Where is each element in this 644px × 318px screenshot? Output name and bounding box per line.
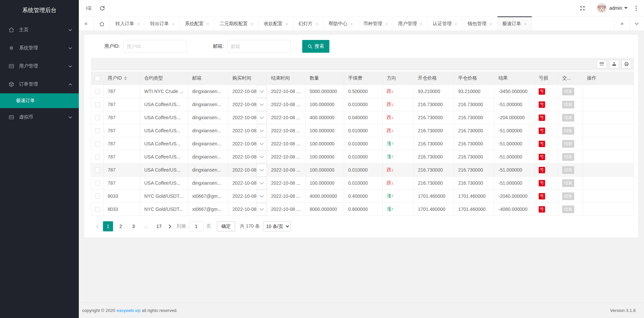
goto-page-input[interactable]: [189, 221, 204, 231]
chevron-down-icon[interactable]: [257, 125, 267, 137]
table-row[interactable]: 787 USA Coffee/US... dingxiansen... 2022…: [91, 164, 634, 177]
col-user-id[interactable]: 用户ID: [104, 72, 140, 85]
more-menu-icon[interactable]: [633, 4, 639, 13]
table-row[interactable]: 787 USA Coffee/US... dingxiansen... 2022…: [91, 177, 634, 190]
export-icon[interactable]: [609, 60, 619, 69]
select-all-checkbox[interactable]: [95, 76, 100, 81]
row-checkbox[interactable]: [95, 168, 100, 173]
chevron-down-icon[interactable]: [257, 203, 267, 216]
chevron-down-icon[interactable]: [257, 164, 267, 176]
row-checkbox[interactable]: [95, 194, 100, 199]
next-page-icon[interactable]: [165, 221, 174, 231]
tab[interactable]: 收款配置 ×: [259, 16, 293, 31]
tab[interactable]: 转出订单 ×: [145, 16, 180, 31]
close-icon[interactable]: ×: [207, 21, 209, 27]
tab[interactable]: 用户管理 ×: [393, 16, 428, 31]
row-checkbox[interactable]: [95, 207, 100, 212]
page-button[interactable]: 3: [128, 221, 139, 231]
close-icon[interactable]: ×: [351, 21, 353, 27]
tab-options-icon[interactable]: [629, 16, 644, 31]
sidebar-item-fast-orders[interactable]: 极速订单: [0, 93, 79, 108]
gear-icon: [8, 45, 14, 51]
table-row[interactable]: 787 WTI NYC Crude ... dingxiansen... 202…: [91, 85, 634, 98]
close-icon[interactable]: ×: [251, 21, 254, 27]
sidebar-item-system[interactable]: 系统管理: [0, 39, 79, 57]
chevron-down-icon[interactable]: [257, 151, 267, 163]
close-icon[interactable]: ×: [454, 21, 457, 27]
tab[interactable]: 认证管理 ×: [428, 16, 463, 31]
chevron-down-icon[interactable]: [257, 111, 267, 124]
sidebar-item-crypto[interactable]: 虚拟币: [0, 108, 79, 126]
tab-label: 收款配置: [264, 21, 282, 27]
confirm-button[interactable]: 确定: [217, 221, 235, 231]
col-quantity: 数量: [306, 72, 344, 85]
row-checkbox[interactable]: [95, 89, 100, 94]
tab[interactable]: 二元期权配置 ×: [215, 16, 259, 31]
page-button[interactable]: 1: [103, 221, 113, 231]
tab[interactable]: 币种管理 ×: [358, 16, 393, 31]
chevron-down-icon[interactable]: [257, 85, 267, 98]
row-checkbox[interactable]: [95, 102, 100, 107]
sidebar-item-home[interactable]: 主页: [0, 21, 79, 39]
table-row[interactable]: 787 USA Coffee/US... dingxiansen... 2022…: [91, 150, 634, 164]
print-icon[interactable]: [622, 60, 632, 69]
columns-filter-icon[interactable]: [597, 60, 607, 69]
close-icon[interactable]: ×: [420, 21, 423, 27]
close-icon[interactable]: ×: [385, 21, 388, 27]
username[interactable]: admin: [609, 5, 622, 11]
sort-icon[interactable]: [124, 76, 127, 80]
col-tx: 交...: [558, 72, 583, 85]
user-id-input[interactable]: [123, 40, 187, 53]
row-checkbox[interactable]: [95, 115, 100, 120]
refresh-icon[interactable]: [96, 0, 109, 16]
page-button[interactable]: 2: [116, 221, 126, 231]
close-icon[interactable]: ×: [489, 21, 492, 27]
scroll-tabs-right-icon[interactable]: »: [614, 16, 629, 31]
col-result: 结果: [494, 72, 535, 85]
chevron-down-icon[interactable]: [257, 138, 267, 150]
cell-user-id: 787: [104, 164, 140, 177]
tab-home[interactable]: [94, 16, 110, 31]
table-row[interactable]: 8033 NYC Gold/USDT... xt0667@gm... 2022-…: [91, 203, 634, 216]
cell-end-time: 2022-10-08 ...: [267, 190, 306, 203]
fullscreen-icon[interactable]: [576, 0, 589, 16]
tab[interactable]: 帮助中心 ×: [324, 16, 359, 31]
status-badge: 结束: [562, 166, 574, 174]
page-size-select[interactable]: 10 条/页: [263, 221, 290, 231]
table-row[interactable]: 787 USA Coffee/US... dingxiansen... 2022…: [91, 124, 634, 137]
goto-label: 到第: [177, 223, 186, 229]
table-row[interactable]: 787 USA Coffee/US... dingxiansen... 2022…: [91, 111, 634, 124]
close-icon[interactable]: ×: [316, 21, 318, 27]
table-row[interactable]: 787 USA Coffee/US... dingxiansen... 2022…: [91, 137, 634, 150]
chevron-down-icon[interactable]: [257, 98, 267, 111]
row-checkbox[interactable]: [95, 141, 100, 146]
row-checkbox[interactable]: [95, 128, 100, 133]
table-row[interactable]: 8033 NYC Gold/USDT... xt0667@gm... 2022-…: [91, 190, 634, 203]
close-icon[interactable]: ×: [524, 21, 527, 27]
tab[interactable]: 转入订单 ×: [110, 16, 145, 31]
avatar[interactable]: [597, 3, 607, 13]
tab[interactable]: 幻灯片 ×: [293, 16, 324, 31]
chevron-down-icon[interactable]: [257, 190, 267, 202]
sidebar-item-orders[interactable]: 订单管理: [0, 75, 79, 93]
scroll-tabs-left-icon[interactable]: «: [79, 16, 94, 31]
tab[interactable]: 钱包管理 ×: [463, 16, 497, 31]
row-checkbox[interactable]: [95, 154, 100, 160]
close-icon[interactable]: ×: [137, 21, 140, 27]
page-button[interactable]: 17: [154, 221, 164, 231]
cell-email: dingxiansen...: [188, 150, 228, 164]
sidebar-item-users[interactable]: 用户管理: [0, 57, 79, 75]
tab[interactable]: 极速订单 ×: [497, 16, 532, 31]
collapse-sidebar-icon[interactable]: [82, 0, 96, 16]
close-icon[interactable]: ×: [172, 21, 175, 27]
footer-link[interactable]: easyweb.vip: [116, 308, 141, 313]
tab[interactable]: 系统配置 ×: [180, 16, 215, 31]
search-button[interactable]: 搜索: [302, 40, 329, 53]
cell-fee: 0.010000: [344, 150, 383, 164]
table-row[interactable]: 787 USA Coffee/US... dingxiansen... 2022…: [91, 98, 634, 111]
close-icon[interactable]: ×: [285, 21, 288, 27]
prev-page-icon[interactable]: [93, 221, 102, 231]
email-input[interactable]: [227, 40, 291, 53]
row-checkbox[interactable]: [95, 181, 100, 186]
chevron-down-icon[interactable]: [257, 177, 267, 189]
